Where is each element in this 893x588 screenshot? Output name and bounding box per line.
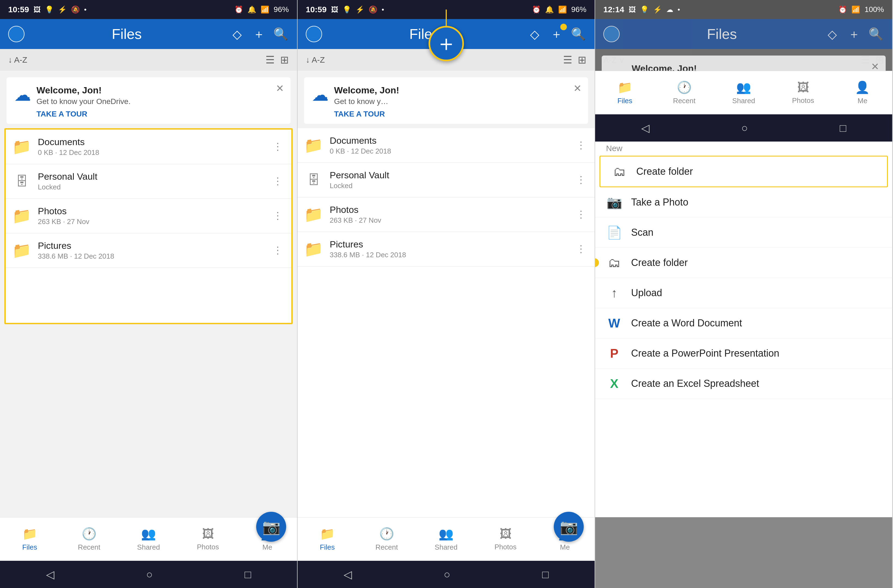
bottom-nav-1: 📁 Files 🕐 Recent 👥 Shared 🖼 Photos 👤 Me (0, 517, 297, 561)
shared-nav-icon-2: 👥 (439, 527, 454, 541)
app-title-1: Files (30, 26, 224, 42)
back-btn-1[interactable]: ◁ (46, 568, 54, 580)
sheet-item-label-excel: Create an Excel Spreadsheet (631, 378, 759, 389)
diamond-icon-3[interactable]: ◇ (824, 27, 840, 41)
more-icon-pictures-1[interactable]: ⋮ (271, 242, 285, 258)
file-meta-pictures-2: 338.6 MB · 12 Dec 2018 (330, 251, 567, 259)
folder-new-icon-1: 🗂 (611, 164, 628, 179)
search-icon-3[interactable]: 🔍 (868, 27, 884, 41)
avatar-1[interactable]: 👤 (8, 26, 24, 42)
file-item-pictures-1[interactable]: 📁 Pictures 338.6 MB · 12 Dec 2018 ⋮ (6, 233, 291, 268)
wifi-icon-2: 📶 (558, 6, 567, 14)
nav-shared-2[interactable]: 👥 Shared (416, 522, 476, 556)
camera-fab-1[interactable]: 📷 (256, 512, 286, 542)
status-left-2: 10:59 🖼 💡 ⚡ 🔕 • (306, 5, 384, 14)
grid-icon-1[interactable]: ⊞ (280, 54, 289, 66)
nav-recent-3[interactable]: 🕐 Recent (654, 76, 714, 110)
add-icon-3[interactable]: ＋ (846, 26, 862, 42)
sheet-item-excel[interactable]: X Create an Excel Spreadsheet (595, 368, 892, 399)
sheet-item-take-photo[interactable]: 📷 Take a Photo (595, 187, 892, 218)
recents-btn-3[interactable]: □ (840, 122, 846, 134)
camera-fab-2[interactable]: 📷 (554, 512, 584, 542)
sheet-item-upload[interactable]: ↑ Upload (595, 278, 892, 308)
file-details-vault-1: Personal Vault Locked (38, 171, 264, 191)
avatar-3[interactable]: 👤 (603, 26, 619, 42)
file-meta-documents-2: 0 KB · 12 Dec 2018 (330, 147, 567, 155)
more-icon-pictures-2[interactable]: ⋮ (574, 241, 588, 257)
search-icon-2[interactable]: 🔍 (570, 27, 586, 41)
file-item-pictures-2[interactable]: 📁 Pictures 338.6 MB · 12 Dec 2018 ⋮ (298, 232, 595, 266)
more-icon-vault-2[interactable]: ⋮ (574, 172, 588, 188)
home-btn-1[interactable]: ○ (146, 568, 153, 580)
file-item-photos-2[interactable]: 📁 Photos 263 KB · 27 Nov ⋮ (298, 197, 595, 232)
nav-photos-2[interactable]: 🖼 Photos (476, 523, 535, 556)
more-icon-documents-2[interactable]: ⋮ (574, 137, 588, 153)
home-btn-2[interactable]: ○ (444, 568, 450, 580)
folder-icon-documents-2: 📁 (304, 136, 323, 154)
folder-icon-pictures-2: 📁 (304, 240, 323, 258)
sheet-item-powerpoint[interactable]: P Create a PowerPoint Presentation (595, 338, 892, 368)
nav-files-3[interactable]: 📁 Files (595, 76, 654, 110)
close-icon-2[interactable]: ✕ (573, 83, 582, 94)
nav-label-shared-2: Shared (435, 543, 458, 552)
file-item-documents-2[interactable]: 📁 Documents 0 KB · 12 Dec 2018 ⋮ (298, 128, 595, 163)
nav-recent-1[interactable]: 🕐 Recent (59, 522, 119, 556)
word-sheet-icon: W (606, 316, 622, 331)
take-tour-link-1[interactable]: TAKE A TOUR (36, 110, 283, 119)
sheet-item-label-create-folder-h: Create folder (636, 166, 693, 177)
file-item-vault-2[interactable]: 🗄 Personal Vault Locked ⋮ (298, 163, 595, 197)
nav-recent-2[interactable]: 🕐 Recent (357, 522, 416, 556)
plus-overlay-btn[interactable]: ＋ (428, 26, 464, 61)
file-item-photos-1[interactable]: 📁 Photos 263 KB · 27 Nov ⋮ (6, 199, 291, 233)
more-icon-vault-1[interactable]: ⋮ (271, 173, 285, 189)
sort-icons-1: ☰ ⊞ (265, 54, 289, 66)
nav-shared-1[interactable]: 👥 Shared (119, 522, 178, 556)
more-icon-documents-1[interactable]: ⋮ (271, 139, 285, 155)
nav-photos-1[interactable]: 🖼 Photos (178, 523, 238, 556)
nav-files-1[interactable]: 📁 Files (0, 522, 59, 556)
sheet-item-create-folder[interactable]: 🗂 Create folder (595, 248, 892, 278)
diamond-icon-2[interactable]: ◇ (526, 27, 543, 41)
search-icon-1[interactable]: 🔍 (272, 27, 289, 41)
back-btn-2[interactable]: ◁ (344, 568, 352, 580)
app-bar-1: 👤 Files ◇ ＋ 🔍 (0, 19, 297, 49)
mute-icon-1: 🔕 (71, 6, 80, 14)
more-icon-photos-1[interactable]: ⋮ (271, 208, 285, 224)
folder-sheet-icon: 🗂 (606, 255, 622, 270)
sheet-item-scan[interactable]: 📄 Scan (595, 218, 892, 248)
file-details-pictures-1: Pictures 338.6 MB · 12 Dec 2018 (38, 241, 264, 260)
sort-label-2[interactable]: ↓ A-Z (306, 55, 325, 65)
photos-nav-icon-1: 🖼 (202, 527, 214, 541)
diamond-icon-1[interactable]: ◇ (229, 27, 245, 41)
add-icon-1[interactable]: ＋ (251, 26, 267, 42)
list-icon-2[interactable]: ☰ (563, 54, 572, 66)
nav-me-3[interactable]: 👤 Me (833, 76, 892, 110)
status-right-1: ⏰ 🔔 📶 96% (235, 5, 289, 14)
nav-label-recent-3: Recent (673, 97, 695, 105)
nav-shared-3[interactable]: 👥 Shared (714, 76, 773, 110)
recent-nav-icon-1: 🕐 (82, 527, 97, 541)
file-item-vault-1[interactable]: 🗄 Personal Vault Locked ⋮ (6, 164, 291, 199)
status-time-3: 12:14 (603, 5, 624, 14)
take-tour-link-2[interactable]: TAKE A TOUR (334, 110, 580, 119)
files-nav-icon-3: 📁 (618, 80, 633, 95)
nav-photos-3[interactable]: 🖼 Photos (773, 76, 833, 109)
nav-files-2[interactable]: 📁 Files (298, 522, 357, 556)
more-icon-photos-2[interactable]: ⋮ (574, 207, 588, 223)
grid-icon-2[interactable]: ⊞ (578, 54, 586, 66)
sheet-item-label-create-folder: Create folder (631, 257, 688, 268)
recents-btn-2[interactable]: □ (542, 568, 549, 580)
alarm2-icon-3: ⏰ (838, 6, 847, 14)
recents-btn-1[interactable]: □ (245, 568, 251, 580)
avatar-2[interactable]: 👤 (306, 26, 322, 42)
list-icon-1[interactable]: ☰ (265, 54, 275, 66)
home-btn-3[interactable]: ○ (741, 122, 748, 134)
sheet-item-word[interactable]: W Create a Word Document (595, 308, 892, 338)
close-icon-1[interactable]: ✕ (276, 83, 284, 94)
file-meta-documents-1: 0 KB · 12 Dec 2018 (38, 148, 264, 157)
vault-icon-1: 🗄 (12, 174, 31, 189)
back-btn-3[interactable]: ◁ (641, 122, 649, 134)
sheet-item-create-folder-highlighted[interactable]: 🗂 Create folder (600, 156, 888, 187)
file-item-documents-1[interactable]: 📁 Documents 0 KB · 12 Dec 2018 ⋮ (6, 129, 291, 164)
sort-label-1[interactable]: ↓ A-Z (8, 55, 27, 65)
